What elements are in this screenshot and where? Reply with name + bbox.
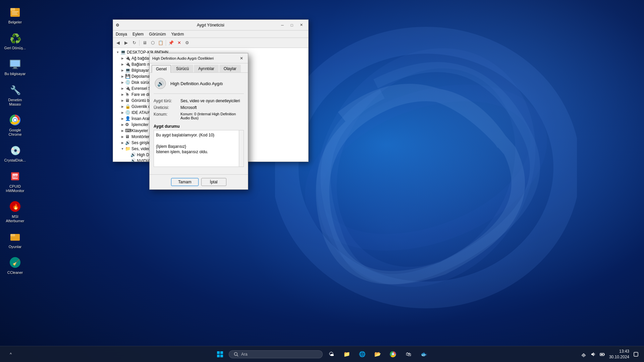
desktop-icon-ccleaner[interactable]: 🧹 CCleaner xyxy=(2,254,29,277)
device-manager-maximize-button[interactable]: □ xyxy=(287,21,296,29)
svg-text:HW: HW xyxy=(13,175,19,179)
root-expander: ▼ xyxy=(115,50,120,55)
svg-rect-43 xyxy=(604,354,605,355)
tab-surucu[interactable]: Sürücü xyxy=(172,65,193,72)
google-chrome-label: Google Chrome xyxy=(4,128,26,137)
notification-center-button[interactable] xyxy=(632,350,640,358)
svg-text:🔊: 🔊 xyxy=(157,80,164,87)
taskbar-search[interactable]: Ara xyxy=(229,350,323,358)
taskbar-clock[interactable]: 13:43 30.10.2024 xyxy=(609,349,629,360)
item12-expander: ▶ xyxy=(120,128,125,133)
desktop-icon-denetim-masasi[interactable]: 🔧 Denetim Masası xyxy=(2,81,29,109)
item13-expander: ▶ xyxy=(120,134,125,139)
taskbar-app-files[interactable]: 📁 xyxy=(340,348,354,361)
properties-dialog-titlebar[interactable]: High Definition Audio Aygıtı Özellikleri… xyxy=(150,53,248,63)
item2-expander: ▶ xyxy=(120,68,125,73)
belgeler-label: Belgeler xyxy=(8,20,22,24)
device-manager-minimize-button[interactable]: ─ xyxy=(278,21,287,29)
status-scrollbar[interactable] xyxy=(239,130,244,167)
device-header: 🔊 High Definition Audio Aygıtı xyxy=(154,77,244,94)
taskbar-app-chrome[interactable] xyxy=(386,348,400,361)
taskbar-app-store[interactable]: 🛍 xyxy=(402,348,415,361)
item6-expander: ▶ xyxy=(120,92,125,97)
item2-label: Bilgisayar xyxy=(131,68,149,73)
toolbar-btn-7[interactable]: 📌 xyxy=(167,39,175,47)
toolbar-btn-4[interactable]: 🖥 xyxy=(141,39,148,47)
svg-rect-5 xyxy=(12,11,18,12)
item16-icon: 🔊 xyxy=(130,152,136,158)
status-line-3: İstenen işlem, başarısız oldu. xyxy=(156,149,241,155)
oyunlar-label: Oyunlar xyxy=(9,245,22,249)
taskbar-app-edge[interactable]: 🌐 xyxy=(356,348,369,361)
ccleaner-label: CCleaner xyxy=(7,270,23,275)
start-button[interactable] xyxy=(213,348,227,361)
desktop-icon-crystaldisk[interactable]: 💿 CrystalDisk... xyxy=(2,141,29,165)
device-manager-window-controls: ─ □ ✕ xyxy=(278,21,306,29)
device-manager-titlebar[interactable]: ⚙ Aygıt Yöneticisi ─ □ ✕ xyxy=(113,20,308,31)
properties-dialog-close-button[interactable]: ✕ xyxy=(238,55,245,62)
menu-eylem[interactable]: Eylem xyxy=(130,31,146,37)
device-name: High Definition Audio Aygıtı xyxy=(170,81,223,86)
desktop-icon-belgeler[interactable]: Belgeler xyxy=(2,3,29,26)
item11-icon: ⚙ xyxy=(125,122,130,127)
ok-button[interactable]: Tamam xyxy=(171,178,198,186)
taskbar-app-explorer[interactable]: 📂 xyxy=(371,348,384,361)
item14-expander: ▶ xyxy=(120,140,125,145)
desktop-icon-geri-donusum[interactable]: ♻️ Geri Dönüş... xyxy=(2,29,29,52)
status-box[interactable]: Bu aygıt başlatılamıyor. (Kod 10) {İşlem… xyxy=(154,130,244,167)
tray-battery-icon[interactable] xyxy=(598,350,606,358)
desktop-icon-cpuid[interactable]: HW CPUID HWMonitor xyxy=(2,168,29,195)
svg-rect-32 xyxy=(217,355,220,357)
toolbar-btn-8[interactable]: ✕ xyxy=(175,39,183,47)
item17-icon: 🔊 xyxy=(130,158,136,162)
item3-icon: 💾 xyxy=(125,74,130,79)
taskbar-left: ^ xyxy=(4,348,17,361)
tray-volume-icon[interactable] xyxy=(589,350,597,358)
swirl-decoration xyxy=(275,17,577,318)
cpuid-label: CPUID HWMonitor xyxy=(4,184,26,193)
bu-bilgisayar-label: Bu bilgisayar xyxy=(5,72,26,76)
toolbar-btn-6[interactable]: 📋 xyxy=(157,39,164,47)
tab-genel[interactable]: Genel xyxy=(152,65,171,73)
oyunlar-icon xyxy=(8,230,22,243)
toolbar-forward-button[interactable]: ▶ xyxy=(122,39,130,47)
root-icon: 💻 xyxy=(120,50,126,55)
tab-olaylar[interactable]: Olaylar xyxy=(219,65,241,72)
menu-yardim[interactable]: Yardım xyxy=(168,31,186,37)
taskbar-app-widgets[interactable]: 🌤 xyxy=(325,348,338,361)
cancel-button[interactable]: İptal xyxy=(201,178,226,186)
menu-dosya[interactable]: Dosya xyxy=(113,31,130,37)
desktop-background xyxy=(0,0,644,362)
desktop-icon-google-chrome[interactable]: Google Chrome xyxy=(2,111,29,139)
system-tray-expand-button[interactable]: ^ xyxy=(4,348,17,361)
taskbar-app-teams[interactable]: 🐟 xyxy=(417,348,431,361)
belgeler-icon xyxy=(8,5,22,19)
device-manager-title-icon: ⚙ xyxy=(116,23,194,27)
toolbar-separator-1 xyxy=(139,40,140,46)
desktop-icon-oyunlar[interactable]: Oyunlar xyxy=(2,228,29,251)
menu-goruntum[interactable]: Görünüm xyxy=(146,31,168,37)
taskbar-right: 13:43 30.10.2024 xyxy=(580,349,640,360)
toolbar-refresh-button[interactable]: ↻ xyxy=(130,39,138,47)
device-manager-close-button[interactable]: ✕ xyxy=(297,21,306,29)
item12-icon: ⌨ xyxy=(125,128,130,133)
item1-expander: ▶ xyxy=(120,62,125,67)
dialog-title-text: High Definition Audio Aygıtı Özellikleri xyxy=(152,56,236,60)
item13-icon: 🖥 xyxy=(125,134,130,139)
desktop-icon-bu-bilgisayar[interactable]: Bu bilgisayar xyxy=(2,55,29,78)
svg-rect-12 xyxy=(12,68,18,69)
toolbar-btn-5[interactable]: ⬡ xyxy=(149,39,156,47)
toolbar-btn-9[interactable]: ⚙ xyxy=(183,39,191,47)
svg-rect-44 xyxy=(634,352,638,356)
cpuid-icon: HW xyxy=(8,170,22,183)
manufacturer-label: Üreticisi: xyxy=(154,105,180,110)
svg-point-40 xyxy=(583,356,584,357)
tab-ayrintilar[interactable]: Ayrıntılar xyxy=(194,65,219,72)
dialog-tabs-bar: Genel Sürücü Ayrıntılar Olaylar xyxy=(150,63,248,73)
device-manager-title: Aygıt Yöneticisi xyxy=(197,23,275,27)
search-icon xyxy=(234,352,238,357)
tray-network-icon[interactable] xyxy=(580,350,588,358)
svg-rect-7 xyxy=(12,14,18,15)
toolbar-back-button[interactable]: ◀ xyxy=(114,39,122,47)
desktop-icon-msi-afterburner[interactable]: 🔥 MSI Afterburner xyxy=(2,198,29,225)
